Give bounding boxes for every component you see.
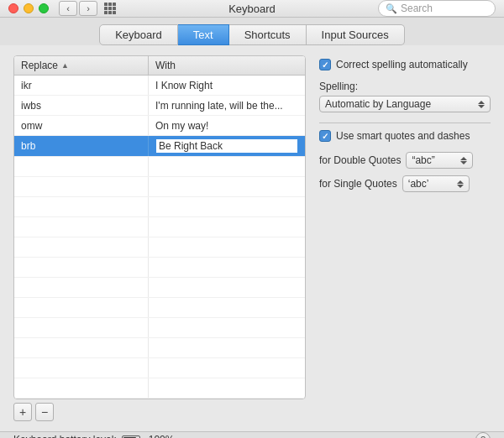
maximize-button[interactable]: [39, 3, 49, 13]
sort-arrow-icon: ▲: [61, 61, 69, 70]
cell-with: On my way!: [149, 116, 305, 135]
close-button[interactable]: [8, 3, 18, 13]
empty-row: [14, 338, 305, 358]
empty-row: [14, 298, 305, 318]
smart-quotes-checkbox[interactable]: [319, 130, 331, 142]
cell-replace: omw: [14, 116, 149, 135]
main-content: Replace ▲ With ikr I Know Right iwbs I'm…: [0, 45, 504, 431]
table-toolbar: + −: [13, 403, 306, 421]
cell-input[interactable]: [155, 138, 298, 154]
text-table: Replace ▲ With ikr I Know Right iwbs I'm…: [13, 55, 306, 399]
single-quotes-label: for Single Quotes: [319, 178, 397, 190]
battery-value: 100%: [149, 434, 175, 438]
empty-row: [14, 278, 305, 298]
spelling-section-label: Spelling:: [319, 81, 491, 92]
dropdown-arrows-icon: [478, 101, 485, 108]
search-bar[interactable]: 🔍 Search: [378, 0, 496, 17]
search-icon: 🔍: [386, 3, 397, 14]
spelling-dropdown-value: Automatic by Language: [325, 98, 473, 110]
cell-with: I'm running late, will be the...: [149, 96, 305, 115]
cell-replace-selected: brb: [14, 136, 149, 156]
battery-label: Keyboard battery level:: [13, 434, 117, 438]
empty-row: [14, 358, 305, 378]
correct-spelling-checkbox[interactable]: [319, 59, 331, 70]
table-row[interactable]: ikr I Know Right: [14, 76, 305, 96]
smart-quotes-section: Use smart quotes and dashes: [319, 123, 491, 142]
cell-replace: iwbs: [14, 96, 149, 115]
col-with-header: With: [149, 56, 305, 75]
col-replace-header: Replace ▲: [14, 56, 149, 75]
battery-icon: [122, 435, 144, 439]
table-row-selected[interactable]: brb: [14, 136, 305, 157]
traffic-lights: [8, 3, 49, 13]
bottom-bar: Keyboard battery level: 100% ?: [0, 431, 504, 438]
minimize-button[interactable]: [24, 3, 34, 13]
table-row[interactable]: iwbs I'm running late, will be the...: [14, 96, 305, 116]
smart-quotes-label: Use smart quotes and dashes: [336, 130, 470, 142]
double-quotes-row: for Double Quotes “abc”: [319, 152, 491, 169]
quotes-section: for Double Quotes “abc” for Single Quote…: [319, 152, 491, 192]
empty-row: [14, 258, 305, 278]
empty-row: [14, 237, 305, 258]
titlebar: ‹ › Keyboard 🔍 Search: [0, 0, 504, 18]
search-placeholder: Search: [401, 3, 433, 14]
empty-row: [14, 318, 305, 338]
double-quotes-dropdown[interactable]: “abc”: [406, 152, 473, 169]
table-body: ikr I Know Right iwbs I'm running late, …: [14, 76, 305, 399]
add-button[interactable]: +: [13, 403, 32, 421]
back-button[interactable]: ‹: [59, 1, 77, 16]
single-quotes-row: for Single Quotes ‘abc’: [319, 175, 491, 192]
correct-spelling-label: Correct spelling automatically: [336, 59, 468, 70]
double-quotes-arrow-icon: [460, 157, 467, 164]
smart-quotes-row: Use smart quotes and dashes: [319, 130, 491, 142]
empty-row: [14, 217, 305, 237]
tabs-bar: Keyboard Text Shortcuts Input Sources: [0, 18, 504, 45]
single-quotes-dropdown[interactable]: ‘abc’: [402, 175, 470, 192]
cell-with-editing[interactable]: [149, 136, 305, 156]
tab-keyboard[interactable]: Keyboard: [99, 24, 178, 45]
table-panel: Replace ▲ With ikr I Know Right iwbs I'm…: [13, 55, 306, 421]
single-quotes-value: ‘abc’: [408, 178, 429, 190]
empty-row: [14, 177, 305, 197]
tab-text[interactable]: Text: [178, 24, 229, 45]
grid-icon[interactable]: [104, 3, 116, 14]
forward-button[interactable]: ›: [79, 1, 97, 16]
tab-input-sources[interactable]: Input Sources: [307, 24, 405, 45]
empty-row: [14, 378, 305, 399]
double-quotes-label: for Double Quotes: [319, 154, 401, 166]
empty-row: [14, 157, 305, 177]
table-header: Replace ▲ With: [14, 56, 305, 76]
tab-shortcuts[interactable]: Shortcuts: [229, 24, 307, 45]
battery-info: Keyboard battery level: 100%: [13, 434, 174, 438]
right-panel: Correct spelling automatically Spelling:…: [319, 55, 491, 421]
cell-with: I Know Right: [149, 76, 305, 95]
battery-body: [122, 435, 140, 439]
window-title: Keyboard: [228, 3, 276, 15]
table-row[interactable]: omw On my way!: [14, 116, 305, 136]
empty-row: [14, 197, 305, 217]
remove-button[interactable]: −: [35, 403, 54, 421]
single-quotes-arrow-icon: [457, 180, 464, 188]
correct-spelling-row: Correct spelling automatically: [319, 59, 491, 70]
help-button[interactable]: ?: [475, 432, 491, 438]
spelling-section: Spelling: Automatic by Language: [319, 81, 491, 112]
nav-buttons: ‹ ›: [59, 1, 97, 16]
spelling-dropdown[interactable]: Automatic by Language: [319, 96, 491, 112]
double-quotes-value: “abc”: [412, 154, 434, 166]
cell-replace: ikr: [14, 76, 149, 95]
